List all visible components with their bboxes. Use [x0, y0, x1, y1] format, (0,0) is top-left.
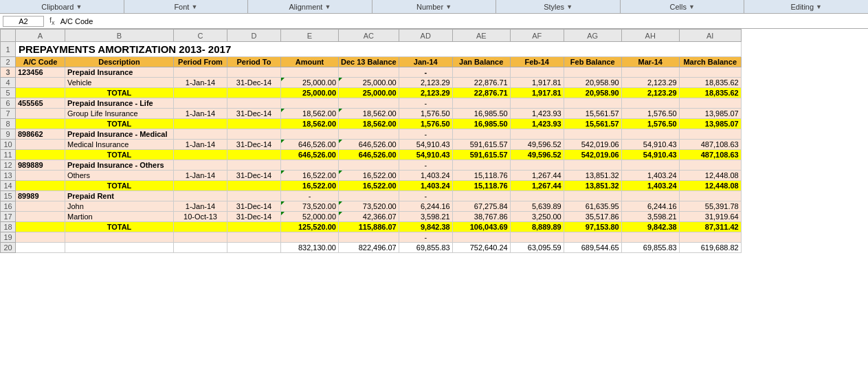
cell-13-B[interactable]: Others [65, 171, 174, 181]
cell-7-AF[interactable]: 1,423.93 [510, 109, 564, 119]
cell-5-D[interactable] [227, 88, 281, 98]
cell-7-A[interactable] [16, 109, 65, 119]
cell-5-A[interactable] [16, 88, 65, 98]
cell-12-AF[interactable] [510, 160, 564, 171]
cell-10-D[interactable]: 31-Dec-14 [227, 140, 281, 150]
cell-14-B[interactable]: TOTAL [65, 181, 174, 191]
cell-14-AC[interactable]: 16,522.00 [339, 181, 399, 191]
cell-13-A[interactable] [16, 171, 65, 181]
cell-3-AG[interactable] [564, 67, 621, 78]
cell-8-AD[interactable]: 1,576.50 [399, 119, 452, 129]
cell-7-AI[interactable]: 13,985.07 [679, 109, 741, 119]
cell-19-AD[interactable]: - [399, 232, 452, 243]
cell-16-C[interactable]: 1-Jan-14 [174, 201, 227, 212]
cell-11-D[interactable] [227, 150, 281, 160]
cell-8-AC[interactable]: 18,562.00 [339, 119, 399, 129]
cell-12-AC[interactable] [339, 160, 399, 171]
cell-15-D[interactable] [227, 191, 281, 201]
cell-16-B[interactable]: John [65, 201, 174, 212]
cell-11-B[interactable]: TOTAL [65, 150, 174, 160]
cell-11-AC[interactable]: 646,526.00 [339, 150, 399, 160]
cell-7-AG[interactable]: 15,561.57 [564, 109, 621, 119]
cell-17-D[interactable]: 31-Dec-14 [227, 212, 281, 222]
cell-5-AC[interactable]: 25,000.00 [339, 88, 399, 98]
cell-10-C[interactable]: 1-Jan-14 [174, 140, 227, 150]
cell-12-AG[interactable] [564, 160, 621, 171]
cell-6-C[interactable] [174, 98, 227, 109]
cell-3-B[interactable]: Prepaid Insurance [65, 67, 174, 78]
title-cell[interactable]: PREPAYMENTS AMORTIZATION 2013- 2017 [16, 42, 742, 57]
cell-13-AD[interactable]: 1,403.24 [399, 171, 452, 181]
editing-section[interactable]: Editing ▼ [744, 0, 868, 13]
cell-19-AH[interactable] [621, 232, 679, 243]
cell-8-C[interactable] [174, 119, 227, 129]
col-header-B[interactable]: B [65, 30, 174, 42]
cell-12-AH[interactable] [621, 160, 679, 171]
cell-16-E[interactable]: 73,520.00 [281, 201, 339, 212]
col-header-AF[interactable]: AF [510, 30, 564, 42]
cell-16-AC[interactable]: 73,520.00 [339, 201, 399, 212]
cell-10-AD[interactable]: 54,910.43 [399, 140, 452, 150]
cell-15-AI[interactable] [679, 191, 741, 201]
header-accode[interactable]: A/C Code [16, 57, 65, 67]
cell-17-C[interactable]: 10-Oct-13 [174, 212, 227, 222]
cell-11-AH[interactable]: 54,910.43 [621, 150, 679, 160]
header-jan14[interactable]: Jan-14 [399, 57, 452, 67]
cell-10-E[interactable]: 646,526.00 [281, 140, 339, 150]
cell-13-AC[interactable]: 16,522.00 [339, 171, 399, 181]
cell-19-E[interactable] [281, 232, 339, 243]
cell-9-AC[interactable] [339, 129, 399, 140]
formula-input[interactable] [60, 17, 865, 25]
cell-10-B[interactable]: Medical Insurance [65, 140, 174, 150]
header-janbBal[interactable]: Jan Balance [452, 57, 510, 67]
cell-4-AD[interactable]: 2,123.29 [399, 78, 452, 88]
cell-16-AE[interactable]: 67,275.84 [452, 201, 510, 212]
cell-4-AE[interactable]: 22,876.71 [452, 78, 510, 88]
cell-14-C[interactable] [174, 181, 227, 191]
cell-10-A[interactable] [16, 140, 65, 150]
cell-4-AC[interactable]: 25,000.00 [339, 78, 399, 88]
cell-11-AF[interactable]: 49,596.52 [510, 150, 564, 160]
cell-5-C[interactable] [174, 88, 227, 98]
cell-4-AG[interactable]: 20,958.90 [564, 78, 621, 88]
cell-9-AE[interactable] [452, 129, 510, 140]
cell-14-A[interactable] [16, 181, 65, 191]
cell-18-C[interactable] [174, 222, 227, 232]
cell-7-AH[interactable]: 1,576.50 [621, 109, 679, 119]
cell-12-C[interactable] [174, 160, 227, 171]
cell-18-AH[interactable]: 9,842.38 [621, 222, 679, 232]
cell-8-AH[interactable]: 1,576.50 [621, 119, 679, 129]
cell-6-AD[interactable]: - [399, 98, 452, 109]
cell-9-B[interactable]: Prepaid Insurance - Medical [65, 129, 174, 140]
cell-3-AE[interactable] [452, 67, 510, 78]
cell-18-A[interactable] [16, 222, 65, 232]
cell-19-AC[interactable] [339, 232, 399, 243]
cell-16-AD[interactable]: 6,244.16 [399, 201, 452, 212]
cell-15-AH[interactable] [621, 191, 679, 201]
cell-20-AI[interactable]: 619,688.82 [679, 243, 741, 253]
cell-17-AG[interactable]: 35,517.86 [564, 212, 621, 222]
cell-19-A[interactable] [16, 232, 65, 243]
cell-8-B[interactable]: TOTAL [65, 119, 174, 129]
cell-10-AI[interactable]: 487,108.63 [679, 140, 741, 150]
cell-9-C[interactable] [174, 129, 227, 140]
cell-10-AC[interactable]: 646,526.00 [339, 140, 399, 150]
cell-8-AE[interactable]: 16,985.50 [452, 119, 510, 129]
cell-15-B[interactable]: Prepaid Rent [65, 191, 174, 201]
cell-12-A[interactable]: 989889 [16, 160, 65, 171]
cell-14-E[interactable]: 16,522.00 [281, 181, 339, 191]
cell-18-AF[interactable]: 8,889.89 [510, 222, 564, 232]
cell-7-E[interactable]: 18,562.00 [281, 109, 339, 119]
col-header-C[interactable]: C [174, 30, 227, 42]
cell-14-AG[interactable]: 13,851.32 [564, 181, 621, 191]
cell-5-E[interactable]: 25,000.00 [281, 88, 339, 98]
cell-18-AG[interactable]: 97,153.80 [564, 222, 621, 232]
cell-3-D[interactable] [227, 67, 281, 78]
cell-13-E[interactable]: 16,522.00 [281, 171, 339, 181]
col-header-E[interactable]: E [281, 30, 339, 42]
cell-9-AD[interactable]: - [399, 129, 452, 140]
col-header-AC[interactable]: AC [339, 30, 399, 42]
header-desc[interactable]: Description [65, 57, 174, 67]
cell-4-D[interactable]: 31-Dec-14 [227, 78, 281, 88]
cell-11-AG[interactable]: 542,019.06 [564, 150, 621, 160]
